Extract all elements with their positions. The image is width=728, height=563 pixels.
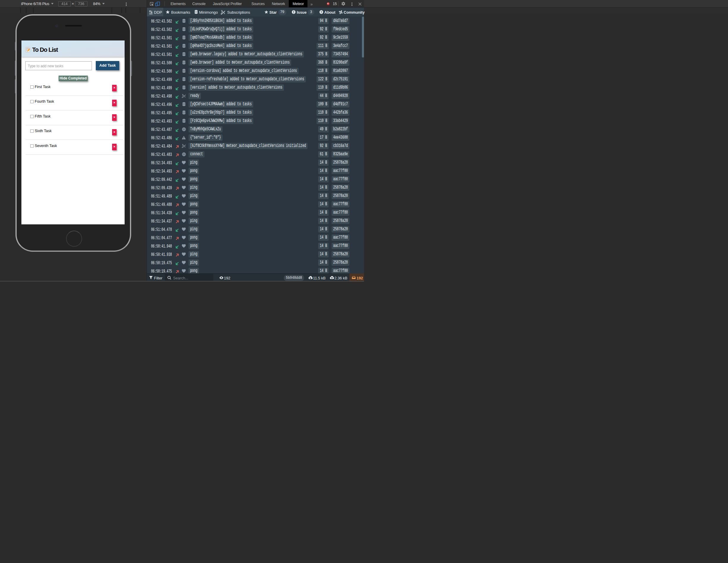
svg-text:?: ?: [321, 11, 322, 14]
